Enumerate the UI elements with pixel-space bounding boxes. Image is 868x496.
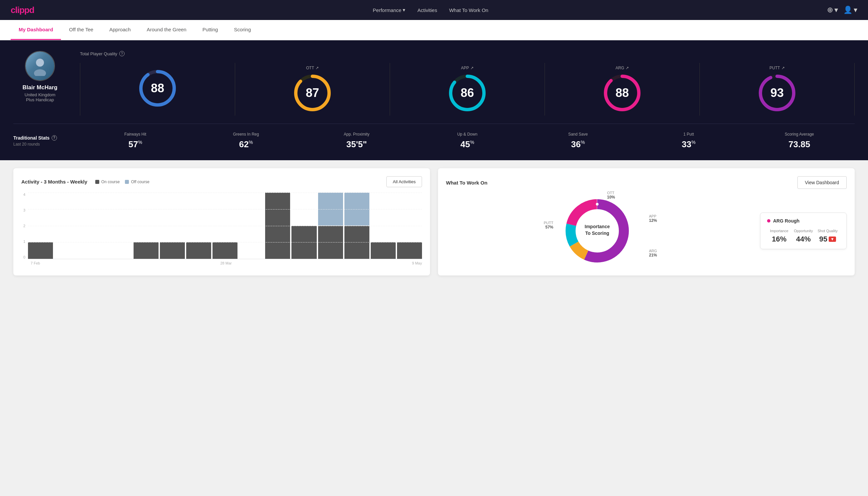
total-player-quality-label: Total Player Quality ? [80,51,855,56]
sand-save-value: 36% [523,139,633,150]
stat-app-proximity: App. Proximity 35'5" [301,132,412,150]
stat-1-putt: 1 Putt 33% [633,132,744,150]
activity-card-title: Activity - 3 Months - Weekly On course O… [21,179,149,185]
chevron-down-icon: ▾ [834,6,838,14]
opportunity-stat: Opportunity 44% [791,229,816,244]
ring-ott: 87 [293,73,332,113]
bar-dark [397,242,422,259]
svg-point-0 [36,59,44,67]
tab-scoring[interactable]: Scoring [226,20,259,40]
putt-score: 93 [770,86,784,100]
arg-rough-info-card: ARG Rough Importance 16% Opportunity 44%… [760,213,847,249]
stat-up-down: Up & Down 45% [412,132,523,150]
ring-arg: 88 [602,73,642,113]
info-card-title: ARG Rough [767,218,840,223]
all-activities-button[interactable]: All Activities [386,176,422,187]
svg-text:Importance: Importance [585,224,610,229]
y-axis: 4 3 2 1 0 [21,192,28,259]
up-down-value: 45% [412,139,523,150]
help-icon[interactable]: ? [119,51,125,56]
app-score: 86 [461,86,474,100]
view-dashboard-button[interactable]: View Dashboard [798,176,847,189]
top-nav: clippd Performance ▾ Activities What To … [0,0,868,20]
nav-what-to-work-on[interactable]: What To Work On [449,7,488,13]
score-card-total: 88 [80,63,235,115]
plus-icon: ⊕ [827,6,833,14]
stat-greens-in-reg: Greens In Reg 62% [190,132,301,150]
trad-stats-grid: Fairways Hit 57% Greens In Reg 62% App. … [80,132,855,150]
arrow-icon: ↗ [315,66,319,70]
nav-activities[interactable]: Activities [417,7,437,13]
user-menu[interactable]: 👤 ▾ [843,6,857,14]
app-logo: clippd [11,5,34,15]
activity-card: Activity - 3 Months - Weekly On course O… [13,168,430,276]
on-course-dot [95,180,99,184]
greens-in-reg-value: 62% [190,139,301,150]
tab-around-the-green[interactable]: Around the Green [139,20,194,40]
arg-label-donut: ARG 21% [649,249,657,258]
avatar [25,51,55,81]
bar-dark [186,242,211,259]
player-info: Blair McHarg United Kingdom Plus Handica… [13,51,67,102]
hero-section: Blair McHarg United Kingdom Plus Handica… [0,40,868,160]
add-button[interactable]: ⊕ ▾ [827,6,838,14]
score-cards: 88 OTT ↗ 87 [80,63,855,115]
ott-label: OTT 10% [607,191,615,200]
scoring-avg-value: 73.85 [744,139,855,150]
activity-card-header: Activity - 3 Months - Weekly On course O… [21,176,422,187]
work-card-inner: OTT 10% APP 12% ARG 21% [446,194,847,267]
importance-stat: Importance 16% [767,229,791,244]
ott-label: OTT ↗ [306,66,319,70]
user-icon: 👤 [843,6,852,14]
app-label: APP ↗ [461,66,474,70]
trad-label: Traditional Stats ? [13,135,80,141]
score-card-arg: ARG ↗ 88 [545,63,700,115]
tabs-bar: My Dashboard Off the Tee Approach Around… [0,20,868,40]
bar-dark [371,242,396,259]
legend-on-course: On course [95,180,120,184]
chart-legend: On course Off course [95,180,149,184]
tab-off-the-tee[interactable]: Off the Tee [61,20,101,40]
player-country: United Kingdom [25,92,56,97]
shot-quality-value: 95 ▼ [815,235,840,244]
traditional-stats: Traditional Stats ? Last 20 rounds Fairw… [13,124,855,150]
ring-app: 86 [447,73,487,113]
score-card-ott: OTT ↗ 87 [235,63,390,115]
bar-dark [28,242,53,259]
score-card-putt: PUTT ↗ 93 [700,63,855,115]
hero-top: Blair McHarg United Kingdom Plus Handica… [13,51,855,115]
player-handicap: Plus Handicap [26,97,54,102]
nav-performance[interactable]: Performance ▾ [373,7,405,13]
total-score: 88 [151,81,164,95]
stat-scoring-avg: Scoring Average 73.85 [744,132,855,150]
bar-chart: 4 3 2 1 0 7 Feb 28 Mar 9 May [21,192,422,266]
arg-label: ARG ↗ [616,66,629,70]
arrow-icon: ↗ [782,66,785,70]
trad-sublabel: Last 20 rounds [13,142,80,146]
ott-score: 87 [306,86,319,100]
tab-putting[interactable]: Putting [194,20,226,40]
app-label-donut: APP 12% [649,214,657,223]
putt-label: PUTT ↗ [769,66,784,70]
donut-chart-svg: Importance To Scoring [561,194,634,267]
donut-section: OTT 10% APP 12% ARG 21% [446,194,755,267]
tab-my-dashboard[interactable]: My Dashboard [11,20,61,40]
nav-links: Performance ▾ Activities What To Work On [373,7,488,13]
arrow-icon: ↗ [470,66,474,70]
x-axis: 7 Feb 28 Mar 9 May [21,259,422,265]
trad-label-section: Traditional Stats ? Last 20 rounds [13,135,80,146]
gridline [28,209,422,210]
stat-fairways-hit: Fairways Hit 57% [80,132,190,150]
info-stats: Importance 16% Opportunity 44% Shot Qual… [767,229,840,244]
score-card-app: APP ↗ 86 [390,63,545,115]
nav-right: ⊕ ▾ 👤 ▾ [827,6,857,14]
work-card-header: What To Work On View Dashboard [446,176,847,189]
bar-dark [133,242,159,259]
help-icon-trad[interactable]: ? [52,135,57,141]
stat-sand-save: Sand Save 36% [523,132,633,150]
svg-point-1 [34,69,46,76]
tab-approach[interactable]: Approach [101,20,139,40]
arg-score: 88 [616,86,629,100]
work-card: What To Work On View Dashboard OTT 10% [438,168,855,276]
scores-section: Total Player Quality ? 88 [80,51,855,115]
